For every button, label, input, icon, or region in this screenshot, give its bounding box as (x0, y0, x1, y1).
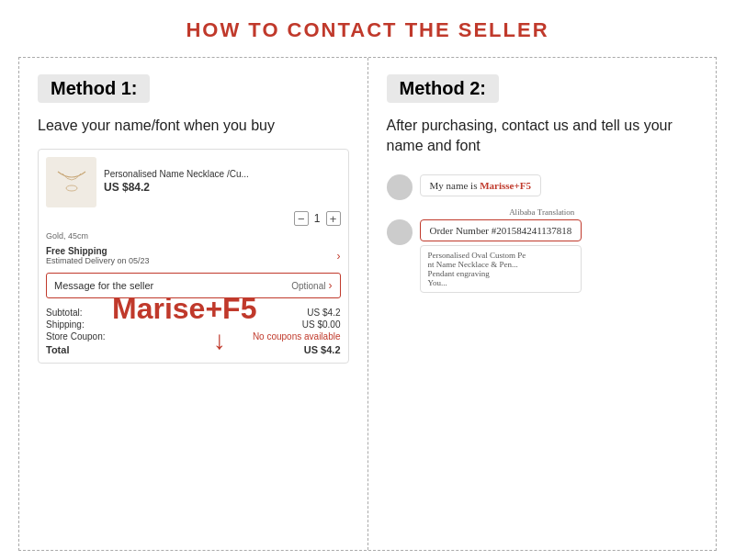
product-price: US $84.2 (104, 181, 341, 194)
subtotal-label: Subtotal: (46, 308, 82, 318)
example-name: Marise+F5 (112, 292, 256, 326)
product-thumbnail (46, 157, 96, 207)
chat-mockup: My name is Marisse+F5 Alibaba Translatio… (387, 170, 698, 293)
qty-plus[interactable]: + (326, 211, 341, 226)
shipping-label: Free Shipping (46, 246, 150, 256)
method1-panel: Method 1: Leave your name/font when you … (19, 58, 368, 550)
arrow-down-icon: ↓ (213, 326, 226, 355)
product-title: Personalised Name Necklace /Cu... (104, 169, 341, 179)
method2-panel: Method 2: After purchasing, contact us a… (368, 58, 717, 550)
product-line-2: nt Name Necklace & Pen... (428, 260, 574, 269)
shipping-row: Free Shipping Estimated Delivery on 05/2… (39, 242, 348, 269)
shipping-total-label: Shipping: (46, 319, 85, 330)
main-title: HOW TO CONTACT THE SELLER (186, 18, 548, 42)
product-line-3: Pendant engraving (428, 269, 574, 278)
cart-product-row: Personalised Name Necklace /Cu... US $84… (39, 150, 348, 211)
order-number-bubble: Order Number #201584241137818 (420, 219, 582, 241)
qty-value: 1 (314, 212, 321, 225)
methods-container: Method 1: Leave your name/font when you … (18, 57, 717, 551)
coupon-value[interactable]: No coupons available (253, 331, 341, 342)
message-optional: Optional (291, 281, 325, 291)
method1-badge: Method 1: (38, 74, 150, 103)
product-line-1: Personalised Oval Custom Pe (428, 251, 574, 260)
chat-row-1: My name is Marisse+F5 (387, 174, 698, 200)
chat-highlight: Marisse+F5 (480, 180, 531, 191)
total-value: US $4.2 (304, 344, 341, 355)
product-bubble: Personalised Oval Custom Pe nt Name Neck… (420, 245, 582, 293)
message-label: Message for the seller (54, 280, 153, 291)
variant-row: Gold, 45cm (39, 230, 348, 242)
estimated-delivery: Estimated Delivery on 05/23 (46, 256, 150, 265)
message-chevron: › (329, 279, 333, 292)
qty-minus[interactable]: − (294, 211, 309, 226)
shipping-total-value: US $0.00 (302, 319, 341, 330)
subtotal-value: US $4.2 (307, 308, 340, 318)
chat-text-1: My name is (430, 180, 481, 191)
page: HOW TO CONTACT THE SELLER Method 1: Leav… (0, 0, 735, 560)
chat-bubble-1: My name is Marisse+F5 (420, 174, 541, 196)
cart-mockup: Personalised Name Necklace /Cu... US $84… (38, 149, 349, 364)
translation-label: Alibaba Translation (387, 207, 698, 217)
method2-badge: Method 2: (387, 74, 499, 103)
user-avatar-2 (387, 219, 413, 245)
method2-description: After purchasing, contact us and tell us… (387, 116, 698, 157)
grand-total-row: Total US $4.2 (46, 344, 341, 355)
product-line-4: You... (428, 278, 574, 287)
method1-description: Leave your name/font when you buy (38, 116, 349, 136)
chat-row-2: Order Number #201584241137818 Personalis… (387, 219, 698, 293)
coupon-row: Store Coupon: No coupons available (46, 331, 341, 342)
svg-rect-0 (49, 164, 95, 201)
user-avatar-1 (387, 174, 413, 200)
shipping-chevron[interactable]: › (337, 250, 341, 263)
coupon-label: Store Coupon: (46, 331, 106, 342)
qty-row: − 1 + (39, 211, 348, 230)
total-label: Total (46, 344, 69, 355)
product-info: Personalised Name Necklace /Cu... US $84… (104, 169, 341, 196)
